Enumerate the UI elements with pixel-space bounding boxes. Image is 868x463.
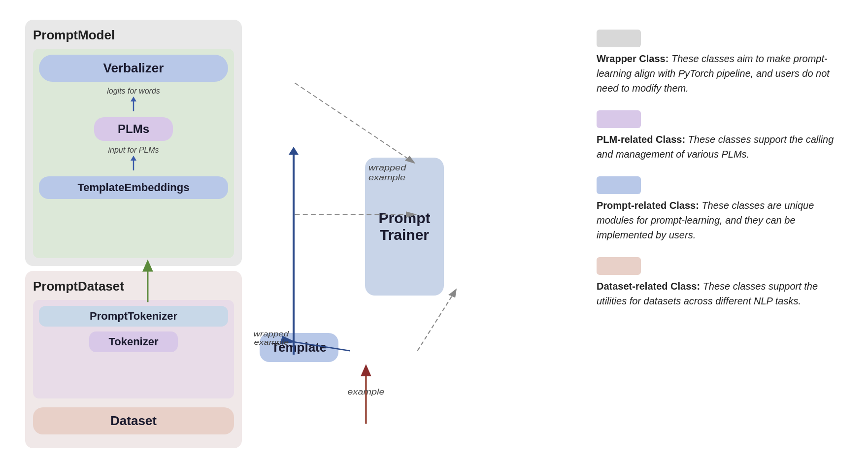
svg-text:example: example — [347, 388, 384, 397]
input-arrow-area: input for PLMs — [39, 146, 228, 171]
legend-item-plm: PLM-related Class: These classes support… — [597, 110, 843, 162]
legend-text-plm: PLM-related Class: These classes support… — [597, 132, 843, 162]
legend-title-prompt: Prompt-related Class: — [597, 200, 699, 211]
legend-title-plm: PLM-related Class: — [597, 134, 685, 145]
prompt-trainer-label: PromptTrainer — [379, 210, 431, 243]
input-for-plms-label: input for PLMs — [108, 146, 159, 155]
prompt-dataset-box: PromptDataset PromptTokenizer Tokenizer … — [25, 271, 242, 448]
up-arrow-icon — [128, 97, 139, 112]
vertical-line — [293, 148, 295, 355]
logits-arrow-area: logits for words — [39, 87, 228, 112]
prompt-tokenizer-node: PromptTokenizer — [39, 306, 228, 327]
plms-node: PLMs — [94, 117, 173, 141]
legend-item-wrapper: Wrapper Class: These classes aim to make… — [597, 30, 843, 96]
legend-area: Wrapper Class: These classes aim to make… — [597, 20, 843, 308]
svg-line-12 — [417, 293, 454, 351]
legend-text-prompt: Prompt-related Class: These classes are … — [597, 198, 843, 242]
up-arrow-icon-2 — [128, 156, 139, 171]
svg-marker-1 — [131, 97, 136, 101]
logits-label: logits for words — [107, 87, 160, 96]
verbalizer-node: Verbalizer — [39, 55, 228, 82]
template-embeddings-node: TemplateEmbeddings — [39, 176, 228, 199]
legend-title-wrapper: Wrapper Class: — [597, 53, 668, 64]
prompt-trainer-node: PromptTrainer — [365, 158, 444, 296]
vertical-arrow-head — [289, 147, 299, 155]
template-node: Template — [260, 333, 338, 362]
tokenizer-node: Tokenizer — [89, 331, 178, 352]
prompt-model-inner: Verbalizer logits for words PLMs input f… — [33, 49, 234, 258]
legend-text-wrapper: Wrapper Class: These classes aim to make… — [597, 51, 843, 96]
prompt-dataset-inner: PromptTokenizer Tokenizer — [33, 300, 234, 398]
legend-box-wrapper — [597, 30, 641, 47]
main-container: PromptModel Verbalizer logits for words … — [15, 10, 853, 453]
prompt-model-title: PromptModel — [33, 28, 234, 43]
diagram-area: PromptModel Verbalizer logits for words … — [25, 20, 577, 443]
svg-marker-3 — [131, 156, 136, 161]
legend-text-dataset: Dataset-related Class: These classes sup… — [597, 279, 843, 308]
dataset-node: Dataset — [33, 407, 234, 434]
legend-box-prompt — [597, 176, 641, 194]
legend-box-plm — [597, 110, 641, 128]
legend-item-prompt: Prompt-related Class: These classes are … — [597, 176, 843, 242]
prompt-dataset-title: PromptDataset — [33, 279, 234, 294]
legend-title-dataset: Dataset-related Class: — [597, 281, 700, 292]
legend-box-dataset — [597, 257, 641, 275]
prompt-model-box: PromptModel Verbalizer logits for words … — [25, 20, 242, 266]
svg-line-11 — [295, 83, 411, 161]
legend-item-dataset: Dataset-related Class: These classes sup… — [597, 257, 843, 308]
